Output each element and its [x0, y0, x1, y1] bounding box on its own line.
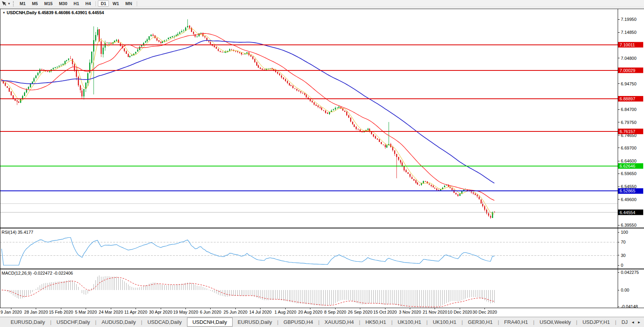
- tab-scroll-right-icon[interactable]: ►: [637, 320, 641, 324]
- rsi-line: [2, 238, 494, 266]
- toolbar: ▼ M1M5M15M30H1H4D1W1MN: [0, 0, 644, 7]
- time-axis-label: 5 Mar 2020: [75, 310, 97, 314]
- timeframe-button-h1[interactable]: H1: [71, 0, 82, 7]
- rsi-tick-label: 100: [621, 230, 628, 235]
- price-tick-label: 6.64600: [621, 159, 637, 163]
- rsi-tick-label: 70: [621, 240, 626, 244]
- bull-candle-wicks: [21, 19, 492, 218]
- price-tick-label: 6.84700: [621, 107, 637, 112]
- cursor-tool-icon[interactable]: [1, 1, 7, 6]
- chart-tab-bar: EURUSD,Daily|USDCHF,Daily|AUDUSD,Daily|U…: [0, 317, 644, 327]
- tab-usdcad-daily[interactable]: USDCAD,Daily: [142, 317, 187, 327]
- time-axis-label: 28 Jan 2020: [24, 310, 48, 314]
- macd-tick-label: -0.04148: [621, 304, 638, 309]
- time-axis-label: 30 Apr 2020: [149, 310, 172, 314]
- price-badge-label: 7.00029: [620, 68, 635, 73]
- tab-uk100-h1[interactable]: UK100,H1: [427, 317, 461, 327]
- macd-tick-label: 0.042275: [621, 270, 639, 275]
- time-axis-label: 21 Nov 2020: [423, 310, 447, 314]
- timeframe-button-m15[interactable]: M15: [41, 0, 55, 7]
- time-axis-label: 26 Sep 2020: [348, 310, 372, 314]
- tab-eurusd-daily[interactable]: EURUSD,Daily: [233, 317, 277, 327]
- ma-mid-line: [2, 33, 494, 200]
- time-axis-label: 3 Nov 2020: [399, 310, 421, 314]
- rsi-tick-label: 0: [621, 263, 623, 268]
- toolbar-grip: [13, 1, 15, 6]
- tab-usdcnh-daily[interactable]: USDCNH,Daily: [187, 318, 233, 327]
- price-tick-label: 6.59650: [621, 171, 637, 176]
- price-tick-label: 7.04800: [621, 56, 637, 61]
- price-badge-label: 6.44554: [620, 210, 635, 215]
- rsi-tick-label: 30: [621, 253, 626, 258]
- timeframe-button-m1[interactable]: M1: [17, 0, 28, 7]
- macd-label: MACD(12,26,9) -0.022472 -0.022406: [2, 271, 73, 275]
- tab-usdjpy-h1[interactable]: USDJPY,H1: [577, 317, 615, 327]
- time-axis-label: 1 Aug 2020: [274, 310, 296, 314]
- timeframe-button-w1[interactable]: W1: [110, 0, 122, 7]
- bear-candle-bodies: [1, 26, 495, 218]
- ma-fast-line: [2, 29, 494, 214]
- price-tick-label: 6.49600: [621, 197, 637, 202]
- bull-candle-bodies: [20, 26, 493, 218]
- time-axis-label: 14 Jul 2020: [249, 310, 272, 314]
- price-badge-label: 7.10011: [620, 42, 635, 47]
- time-axis-label: 30 Dec 2020: [473, 310, 497, 314]
- price-badge-label: 6.52865: [620, 188, 635, 193]
- time-axis-label: 19 May 2020: [173, 310, 198, 314]
- timeframe-button-h4[interactable]: H4: [83, 0, 94, 7]
- tab-uk100-h1[interactable]: UK100,H1: [393, 317, 426, 327]
- timeframe-button-d1[interactable]: D1: [98, 0, 109, 7]
- chart-collapse-icon[interactable]: ▼: [2, 11, 6, 15]
- toolbar-separator: [95, 1, 96, 6]
- price-tick-label: 6.39550: [621, 223, 637, 227]
- time-axis-label: 20 Aug 2020: [298, 310, 323, 314]
- tab-usdchf-daily[interactable]: USDCHF,Daily: [51, 317, 95, 327]
- bear-candle-wicks: [2, 25, 494, 218]
- time-axis-label: 25 Jun 2020: [224, 310, 248, 314]
- price-tick-label: 6.79750: [621, 120, 637, 125]
- tab-scroll-arrows: ◄ ►: [628, 317, 644, 327]
- macd-histogram: [2, 275, 494, 307]
- tab-eurusd-daily[interactable]: EURUSD,Daily: [6, 317, 50, 327]
- price-badge-label: 6.62646: [620, 164, 635, 168]
- chart-tabs: EURUSD,Daily|USDCHF,Daily|AUDUSD,Daily|U…: [0, 317, 628, 327]
- timeframe-button-mn[interactable]: MN: [123, 0, 135, 7]
- tab-gbpusd-h4[interactable]: GBPUSD,H4: [279, 317, 318, 327]
- time-axis-label: 24 Mar 2020: [99, 310, 123, 314]
- price-tick-label: 7.14850: [621, 30, 637, 35]
- macd-signal-line: [2, 277, 494, 307]
- price-tick-label: 6.69700: [621, 146, 637, 150]
- time-axis-label: 6 Jun 2020: [200, 310, 221, 314]
- ma-slow-line: [2, 41, 494, 183]
- time-axis-label: 15 Feb 2020: [49, 310, 73, 314]
- time-axis-label: 10 Dec 2020: [448, 310, 472, 314]
- time-axis-label: 11 Apr 2020: [124, 310, 147, 314]
- tab-audusd-daily[interactable]: AUDUSD,Daily: [96, 317, 141, 327]
- rsi-label: RSI(14) 35.4177: [2, 230, 33, 235]
- tab-hk50-h1[interactable]: HK50,H1: [360, 317, 391, 327]
- macd-tick-label: 0.00: [621, 288, 629, 292]
- price-tick-label: 6.94750: [621, 81, 637, 86]
- tool-dropdown-arrow[interactable]: ▼: [7, 2, 11, 6]
- time-axis-label: 15 Oct 2020: [373, 310, 397, 314]
- time-axis-label: 9 Jan 2020: [0, 310, 22, 314]
- tab-xauusd-h4[interactable]: XAUUSD,H4: [319, 317, 359, 327]
- timeframe-button-m5[interactable]: M5: [29, 0, 40, 7]
- timeframe-button-m30[interactable]: M30: [56, 0, 70, 7]
- price-badge-label: 6.76157: [620, 129, 635, 134]
- tab-ger30-h1[interactable]: GER30,H1: [463, 317, 498, 327]
- chart-title-ohlc: USDCNH,Daily 6.45839 6.46086 6.43901 6.4…: [7, 10, 105, 15]
- toolbar-separator: [137, 1, 137, 6]
- tab-scroll-left-icon[interactable]: ◄: [631, 320, 635, 324]
- tab-fra40-h1[interactable]: FRA40,H1: [499, 317, 533, 327]
- chart-canvas[interactable]: 7.199507.148507.048006.947506.847006.797…: [0, 7, 644, 317]
- tab-dj30-daily[interactable]: DJ30,Daily: [616, 317, 628, 327]
- price-tick-label: 7.19950: [621, 17, 637, 22]
- time-axis-label: 8 Sep 2020: [324, 310, 346, 314]
- price-badge-label: 6.88897: [620, 96, 635, 101]
- timeframe-button-group: M1M5M15M30H1H4D1W1MN: [17, 0, 139, 7]
- tab-usoil-weekly[interactable]: USOil,Weekly: [534, 317, 576, 327]
